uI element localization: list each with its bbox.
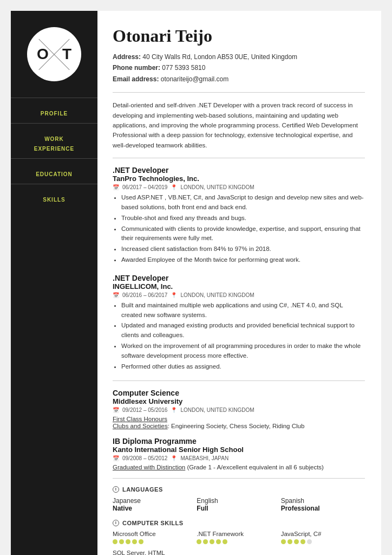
edu-1-meta: 📅 09/2012 – 05/2016 📍 LONDON, UNITED KIN… [113,407,365,413]
edu-2-location: MAEBASHI, JAPAN [180,455,228,461]
bullet-item: Performed other duties as assigned. [121,362,365,372]
bullet-item: Used ASP.NET , VB.NET, C#, and JavaScrip… [121,193,365,212]
dot [294,539,299,544]
location-icon-2: 📍 [171,292,177,298]
job-2-bullets: Built and maintained multiple web applic… [113,301,365,372]
computer-skills-grid: Microsoft Office .NET Framework [113,531,365,544]
address-value: 40 City Walls Rd, London AB53 0UE, Unite… [142,53,297,61]
main-content: Otonari Teijo Address: 40 City Walls Rd,… [97,11,381,555]
computer-title: i COMPUTER SKILLS [113,520,365,526]
comp-dotnet-name: .NET Framework [197,531,280,537]
bullet-item: Worked on the improvement of all program… [121,341,365,361]
lang-english-level: Full [197,505,280,512]
edu-2-honor-note: (Grade 1 - A/excellent equivalent in all… [185,464,324,470]
job-1-bullets: Used ASP.NET , VB.NET, C#, and JavaScrip… [113,193,365,265]
email-label: Email address: [113,75,159,83]
job-2-period: 06/2016 – 06/2017 [122,292,167,298]
dot [119,539,124,544]
dot [223,539,227,544]
languages-grid: Japanese Native English Full Spanish Pro… [113,497,365,512]
edu-2-degree: IB Diploma Programme [113,437,365,446]
edu-1-clubs: Clubs and Societies: Engineering Society… [113,423,365,429]
comp-dotnet-dots [197,539,280,544]
job-2: .NET Developer INGELLICOM, Inc. 📅 06/201… [113,274,365,372]
lang-spanish: Spanish Professional [281,497,365,512]
skills-section: i LANGUAGES Japanese Native English Full… [113,486,365,556]
bullet-item: Communicated with clients to provide kno… [121,224,365,244]
email-value: otonariteijo@gmail.com [161,75,229,83]
location-icon-1: 📍 [171,184,177,190]
comp-js: JavaScript, C# [281,531,365,544]
dot [288,539,292,544]
location-icon-edu1: 📍 [171,407,177,413]
dot [126,539,130,544]
dot [210,539,214,544]
job-1-title: .NET Developer [113,166,365,175]
job-2-company: INGELLICOM, Inc. [113,282,365,291]
edu-1-period: 09/2012 – 05/2016 [122,407,167,413]
bullet-item: Increased client satisfaction from 84% t… [121,244,365,254]
job-1-location: LONDON, UNITED KINGDOM [180,184,254,190]
lang-english: English Full [197,497,280,512]
lang-english-name: English [197,497,280,505]
phone-label: Phone number: [113,64,160,72]
edu-1-location: LONDON, UNITED KINGDOM [180,407,254,413]
dot [216,539,221,544]
job-1-company: TanPro Technologies, Inc. [113,175,365,183]
bullet-item: Updated and managed existing products an… [121,321,365,340]
job-2-location: LONDON, UNITED KINGDOM [180,292,254,298]
job-1-period: 06/2017 – 04/2019 [122,184,167,190]
edu-2-meta: 📅 09/2008 – 05/2012 📍 MAEBASHI, JAPAN [113,455,365,461]
calendar-icon-1: 📅 [113,184,119,190]
sidebar-item-work: WORKEXPERIENCE [11,123,97,158]
edu-1: Computer Science Middlesex University 📅 … [113,389,365,429]
job-2-meta: 📅 06/2016 – 06/2017 📍 LONDON, UNITED KIN… [113,292,365,298]
header-contact: Address: 40 City Walls Rd, London AB53 0… [113,51,365,85]
divider-profile [113,158,365,158]
avatar-initial-t: T [62,46,71,63]
edu-2-honor[interactable]: Graduated with Distinction [113,464,185,470]
edu-2-period: 09/2008 – 05/2012 [122,455,167,461]
languages-title: i LANGUAGES [113,486,365,493]
job-2-title: .NET Developer [113,274,365,282]
clubs-label: Clubs and Societies [113,423,168,429]
job-1-meta: 📅 06/2017 – 04/2019 📍 LONDON, UNITED KIN… [113,184,365,190]
job-1: .NET Developer TanPro Technologies, Inc.… [113,166,365,265]
comp-sql-block: SQL Server, HTML [113,550,365,556]
dot-empty [307,539,312,544]
dot [197,539,201,544]
header-section: Otonari Teijo Address: 40 City Walls Rd,… [113,26,365,85]
dot [281,539,286,544]
sidebar-label-work: WORKEXPERIENCE [34,136,74,152]
sidebar: O T PROFILE WORKEXPERIENCE EDUCATION SKI… [11,11,97,555]
comp-msoffice-dots [113,539,197,544]
divider-header [113,92,365,93]
sidebar-item-education: EDUCATION [11,158,97,184]
bullet-item: Trouble-shot and fixed any threads and b… [121,214,365,223]
dot [203,539,208,544]
dot [132,539,137,544]
edu-2-honor-line: Graduated with Distinction (Grade 1 - A/… [113,464,365,470]
sidebar-item-skills: SKILLS [11,184,97,209]
lang-japanese: Japanese Native [113,497,197,512]
bullet-item: Built and maintained multiple web applic… [121,301,365,320]
sidebar-label-profile: PROFILE [41,111,68,117]
sidebar-label-education: EDUCATION [36,171,73,177]
lang-spanish-name: Spanish [281,497,365,505]
dot [300,539,305,544]
sidebar-item-profile: PROFILE [11,98,97,123]
edu-1-honor[interactable]: First Class Honours [113,416,365,422]
dot [139,539,143,544]
divider-education [113,478,365,479]
comp-dotnet: .NET Framework [197,531,280,544]
calendar-icon-edu2: 📅 [113,455,119,461]
edu-2-school: Kanto International Senior High School [113,446,365,454]
address-label: Address: [113,53,141,61]
lang-japanese-name: Japanese [113,497,197,505]
phone-value: 077 5393 5810 [162,64,205,72]
divider-work [113,380,365,381]
comp-msoffice-name: Microsoft Office [113,531,197,537]
info-icon-comp: i [113,520,119,526]
profile-text: Detail-oriented and self-driven .NET Dev… [113,100,365,150]
comp-js-dots [281,539,365,544]
